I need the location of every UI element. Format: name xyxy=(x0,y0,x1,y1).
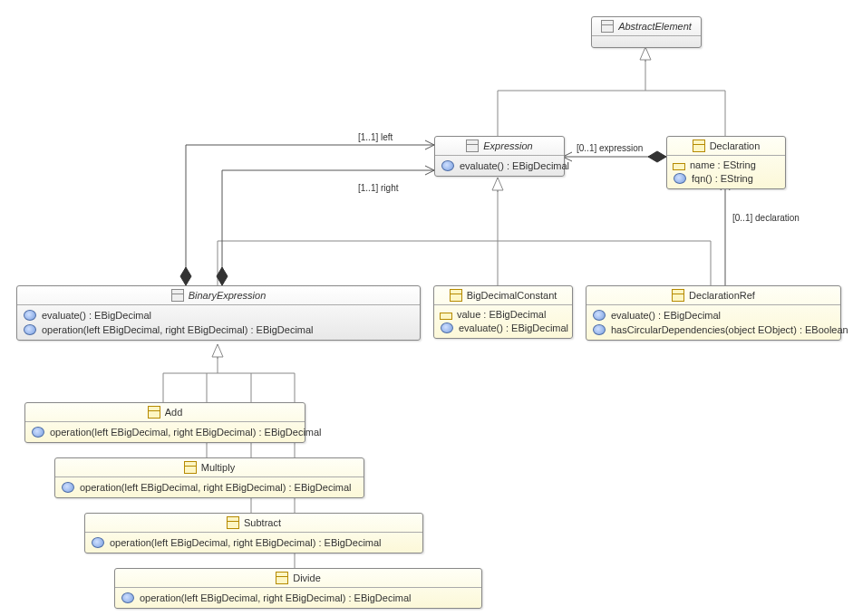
class-name: Declaration xyxy=(710,140,761,151)
class-name: Multiply xyxy=(201,462,235,473)
operation-icon xyxy=(92,537,104,548)
operation-icon xyxy=(62,482,74,493)
operation: evaluate() : EBigDecimal xyxy=(460,160,569,171)
class-name: BigDecimalConstant xyxy=(467,290,557,301)
class-icon xyxy=(693,140,705,152)
operation-icon xyxy=(24,324,36,335)
class-bigdecimalconstant: BigDecimalConstant value : EBigDecimal e… xyxy=(433,285,573,339)
class-binaryexpression: BinaryExpression evaluate() : EBigDecima… xyxy=(16,285,421,341)
operation-icon xyxy=(32,427,44,438)
class-name: DeclarationRef xyxy=(689,290,755,301)
operation: operation(left EBigDecimal, right EBigDe… xyxy=(110,537,382,548)
class-divide: Divide operation(left EBigDecimal, right… xyxy=(114,568,482,609)
label-left: [1..1] left xyxy=(358,132,393,142)
operation: operation(left EBigDecimal, right EBigDe… xyxy=(80,482,352,493)
operation: evaluate() : EBigDecimal xyxy=(611,310,721,321)
operation: operation(left EBigDecimal, right EBigDe… xyxy=(42,324,314,335)
class-declaration: Declaration name : EString fqn() : EStri… xyxy=(666,136,786,189)
abstract-class-icon xyxy=(171,289,184,302)
class-icon xyxy=(450,289,462,302)
operation-icon xyxy=(24,310,36,321)
operation-icon xyxy=(441,322,453,333)
operation-icon xyxy=(441,160,454,171)
class-name: Divide xyxy=(293,573,321,583)
class-declarationref: DeclarationRef evaluate() : EBigDecimal … xyxy=(586,285,841,341)
class-add: Add operation(left EBigDecimal, right EB… xyxy=(24,402,305,443)
attribute-icon xyxy=(673,163,685,170)
class-multiply: Multiply operation(left EBigDecimal, rig… xyxy=(54,457,364,498)
class-name: BinaryExpression xyxy=(189,290,267,301)
operation: evaluate() : EBigDecimal xyxy=(42,310,151,321)
class-icon xyxy=(148,406,160,419)
operation-icon xyxy=(593,310,606,321)
attribute: name : EString xyxy=(690,159,756,170)
class-subtract: Subtract operation(left EBigDecimal, rig… xyxy=(84,513,423,553)
abstract-class-icon xyxy=(601,20,614,33)
class-icon xyxy=(184,461,197,474)
label-declaration: [0..1] declaration xyxy=(732,213,800,223)
operation-icon xyxy=(674,173,686,184)
attribute: value : EBigDecimal xyxy=(457,309,546,320)
class-icon xyxy=(672,289,684,302)
operation: evaluate() : EBigDecimal xyxy=(459,322,568,333)
class-name: Subtract xyxy=(244,517,281,528)
operation: hasCircularDependencies(object EObject) … xyxy=(611,324,848,335)
operation: operation(left EBigDecimal, right EBigDe… xyxy=(140,592,412,603)
class-name: Add xyxy=(165,407,183,418)
label-right: [1..1] right xyxy=(358,183,398,193)
class-icon xyxy=(276,572,288,584)
class-abstractelement: AbstractElement xyxy=(591,16,702,48)
abstract-class-icon xyxy=(466,140,479,152)
operation: operation(left EBigDecimal, right EBigDe… xyxy=(50,427,322,438)
class-icon xyxy=(227,516,239,529)
operation-icon xyxy=(593,324,606,335)
class-name: AbstractElement xyxy=(618,21,692,32)
label-expression: [0..1] expression xyxy=(577,143,643,153)
attribute-icon xyxy=(440,313,452,320)
uml-class-diagram: [1..1] left [1..1] right [0..1] expressi… xyxy=(0,0,853,616)
operation-icon xyxy=(121,592,134,603)
class-expression: Expression evaluate() : EBigDecimal xyxy=(434,136,565,177)
class-name: Expression xyxy=(483,140,532,151)
operation: fqn() : EString xyxy=(692,173,753,184)
